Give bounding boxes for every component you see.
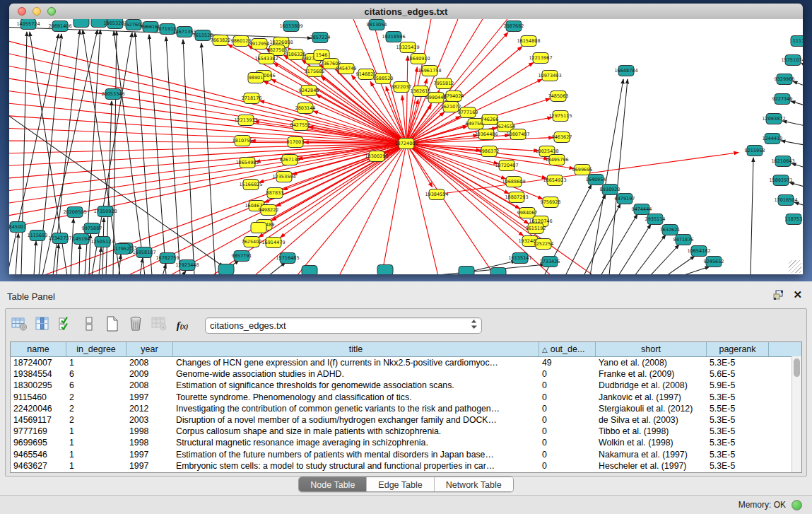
table-cell: 2 xyxy=(66,392,126,402)
network-node-label: 6479197 xyxy=(615,196,635,201)
table-cell: 49 xyxy=(539,358,596,368)
network-node-label: 7857224 xyxy=(310,35,331,40)
table-row[interactable]: 1830029562008Estimation of significance … xyxy=(11,380,801,391)
network-node-label: 118753 xyxy=(785,216,803,222)
unselect-all-columns-button[interactable] xyxy=(78,315,100,336)
network-canvas[interactable]: 1405572420691406106532871527602696616010… xyxy=(9,19,803,274)
network-graph[interactable]: 1405572420691406106532871527602696616010… xyxy=(9,19,803,274)
float-panel-icon[interactable] xyxy=(773,290,784,303)
table-row[interactable]: 1872400712008Changes of HCN gene express… xyxy=(11,357,801,368)
column-header-title[interactable]: title xyxy=(173,342,539,356)
column-header-name[interactable]: name xyxy=(11,342,66,356)
black-edge xyxy=(140,258,143,274)
black-edge xyxy=(149,35,166,274)
table-cell: 2009 xyxy=(126,369,173,379)
table-row[interactable]: 1938455462009Genome-wide association stu… xyxy=(11,368,801,380)
table-cell: 1 xyxy=(66,358,126,368)
table-mode-button[interactable] xyxy=(8,315,30,336)
network-node-label: 9242848 xyxy=(299,88,319,93)
window-resize-grip[interactable] xyxy=(789,260,801,273)
table-cell: Franke et al. (2009) xyxy=(596,369,707,379)
network-node-label: 16154808 xyxy=(517,38,540,44)
table-cell: Dudbridge et al. (2008) xyxy=(596,380,707,390)
table-cell: 5.3E-5 xyxy=(707,426,769,436)
table-selector-dropdown[interactable]: citations_edges.txt xyxy=(205,317,482,334)
black-edge xyxy=(565,194,606,274)
tab-edge-table[interactable]: Edge Table xyxy=(367,477,434,492)
sort-ascending-icon: △ xyxy=(542,346,548,354)
table-tabs: Node TableEdge TableNetwork Table xyxy=(0,477,812,492)
network-node[interactable] xyxy=(302,266,317,275)
table-cell: 1 xyxy=(66,450,126,460)
table-cell: 0 xyxy=(539,404,596,414)
network-node-label: 15166825 xyxy=(239,182,262,187)
network-node[interactable] xyxy=(73,19,89,28)
network-node-label: 12505123 xyxy=(90,239,114,245)
table-cell: 1998 xyxy=(126,438,173,448)
black-edge xyxy=(269,262,286,274)
column-header-pagerank[interactable]: pagerank xyxy=(707,342,769,356)
network-node[interactable] xyxy=(490,268,506,275)
network-node-label: 18226058 xyxy=(269,40,293,45)
table-scrollbar-thumb[interactable] xyxy=(794,358,800,377)
network-node-label: 9227349 xyxy=(772,96,793,102)
network-node[interactable] xyxy=(218,264,234,275)
network-node-label: 20053346 xyxy=(101,91,124,97)
node-table: namein_degreeyeartitle△out_de...shortpag… xyxy=(10,341,802,473)
black-edge xyxy=(71,218,73,274)
table-row[interactable]: 1456911722003Disruption of a novel membe… xyxy=(11,414,801,426)
cytoscape-desktop: citations_edges.txt 14055724206914061065… xyxy=(0,0,812,281)
table-row[interactable]: 946554611997Estimation of the future num… xyxy=(11,449,801,460)
red-edge xyxy=(260,100,406,144)
delete-table-button[interactable] xyxy=(148,315,170,336)
create-column-button[interactable] xyxy=(102,315,123,336)
function-builder-button[interactable]: f(x) xyxy=(172,315,193,336)
network-node-label: 10025438 xyxy=(535,148,558,154)
table-cell: Investigating the contribution of common… xyxy=(173,404,539,414)
network-node[interactable] xyxy=(459,267,474,275)
network-node-label: 16961758 xyxy=(418,68,441,74)
column-header-out_de[interactable]: △out_de... xyxy=(539,342,596,356)
network-node-label: 15892971 xyxy=(769,177,792,183)
network-node-label: 18724007 xyxy=(394,141,418,146)
tab-node-table[interactable]: Node Table xyxy=(299,477,367,492)
column-header-short[interactable]: short xyxy=(596,342,707,356)
table-cell: 1997 xyxy=(126,461,173,471)
network-window-titlebar[interactable]: citations_edges.txt xyxy=(9,4,803,20)
table-cell: 5.6E-5 xyxy=(707,369,769,379)
network-node-label: 2087682 xyxy=(504,23,524,29)
network-node-label: 7986372 xyxy=(479,148,500,154)
show-columns-button[interactable] xyxy=(32,315,53,336)
table-cell: Hescheler et al. (1997) xyxy=(596,461,707,471)
table-row[interactable]: 946362711997Embryonic stem cells: a mode… xyxy=(11,460,801,472)
table-row[interactable]: 911546021997Tourette syndrome. Phenomeno… xyxy=(11,392,801,403)
table-panel: Table Panel ✕ f(x) citations_edges.txt n… xyxy=(0,281,812,514)
close-panel-icon[interactable]: ✕ xyxy=(793,288,802,301)
network-node[interactable] xyxy=(251,223,266,233)
network-node-label: 1362615 xyxy=(411,88,431,94)
black-edge xyxy=(781,141,803,146)
network-node-label: 16210643 xyxy=(771,158,794,164)
table-cell: 0 xyxy=(539,369,596,379)
select-all-columns-button[interactable] xyxy=(55,315,76,336)
table-cell: 18724007 xyxy=(11,358,66,368)
delete-table-icon xyxy=(151,315,168,335)
network-node-label: 18807293 xyxy=(505,194,528,200)
table-cell: 5.3E-5 xyxy=(707,438,769,448)
table-cell: 9463627 xyxy=(11,461,66,471)
table-row[interactable]: 969969511998Structural magnetic resonanc… xyxy=(11,437,801,448)
black-edge xyxy=(801,63,803,71)
black-edge xyxy=(99,247,101,274)
red-edge xyxy=(406,144,524,236)
table-cell: 1 xyxy=(66,438,126,448)
tab-network-table[interactable]: Network Table xyxy=(435,477,513,492)
delete-columns-button[interactable] xyxy=(125,315,146,336)
table-row[interactable]: 2242004622012Investigating the contribut… xyxy=(11,403,801,414)
column-header-in_degree[interactable]: in_degree xyxy=(66,342,126,356)
column-header-year[interactable]: year xyxy=(126,342,173,356)
black-edge xyxy=(114,31,145,274)
network-node-label: 16543382 xyxy=(254,56,278,62)
table-scrollbar[interactable] xyxy=(792,356,801,472)
network-node[interactable] xyxy=(377,265,393,275)
table-row[interactable]: 977716911998Corpus callosum shape and si… xyxy=(11,426,801,437)
